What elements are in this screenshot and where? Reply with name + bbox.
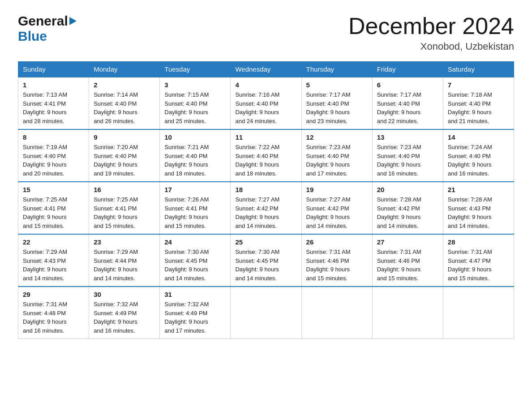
calendar-empty-cell [231,287,301,339]
logo-triangle-icon [69,17,77,27]
day-number: 4 [235,81,296,89]
day-info: Sunrise: 7:32 AMSunset: 4:49 PMDaylight:… [94,300,155,335]
day-info: Sunrise: 7:14 AMSunset: 4:40 PMDaylight:… [94,90,155,125]
day-number: 16 [94,186,155,193]
calendar-day-cell: 7Sunrise: 7:18 AMSunset: 4:40 PMDaylight… [443,77,514,129]
calendar-day-cell: 4Sunrise: 7:16 AMSunset: 4:40 PMDaylight… [231,77,301,129]
day-info: Sunrise: 7:23 AMSunset: 4:40 PMDaylight:… [306,143,368,178]
calendar-day-cell: 13Sunrise: 7:23 AMSunset: 4:40 PMDayligh… [372,129,443,182]
weekday-header-wednesday: Wednesday [231,62,301,77]
day-number: 22 [23,238,84,246]
day-info: Sunrise: 7:22 AMSunset: 4:40 PMDaylight:… [235,143,296,178]
calendar-empty-cell [372,287,443,339]
calendar-week-row: 8Sunrise: 7:19 AMSunset: 4:40 PMDaylight… [18,129,514,182]
calendar-week-row: 22Sunrise: 7:29 AMSunset: 4:43 PMDayligh… [18,234,514,287]
day-info: Sunrise: 7:27 AMSunset: 4:42 PMDaylight:… [306,195,368,230]
day-info: Sunrise: 7:31 AMSunset: 4:46 PMDaylight:… [377,248,438,283]
day-number: 24 [164,238,226,246]
day-info: Sunrise: 7:27 AMSunset: 4:42 PMDaylight:… [235,195,296,230]
day-info: Sunrise: 7:25 AMSunset: 4:41 PMDaylight:… [94,195,155,230]
calendar-empty-cell [443,287,514,339]
day-number: 15 [23,186,84,193]
day-number: 28 [448,238,509,246]
day-info: Sunrise: 7:29 AMSunset: 4:44 PMDaylight:… [94,248,155,283]
day-info: Sunrise: 7:17 AMSunset: 4:40 PMDaylight:… [306,90,368,125]
day-number: 25 [235,238,296,246]
calendar-day-cell: 2Sunrise: 7:14 AMSunset: 4:40 PMDaylight… [89,77,160,129]
day-number: 14 [448,133,509,141]
calendar-week-row: 1Sunrise: 7:13 AMSunset: 4:41 PMDaylight… [18,77,514,129]
day-info: Sunrise: 7:21 AMSunset: 4:40 PMDaylight:… [164,143,226,178]
calendar-day-cell: 15Sunrise: 7:25 AMSunset: 4:41 PMDayligh… [18,182,89,234]
weekday-header-tuesday: Tuesday [160,62,231,77]
day-info: Sunrise: 7:29 AMSunset: 4:43 PMDaylight:… [23,248,84,283]
day-info: Sunrise: 7:13 AMSunset: 4:41 PMDaylight:… [23,90,84,125]
weekday-header-monday: Monday [89,62,160,77]
day-number: 19 [306,186,368,193]
day-info: Sunrise: 7:31 AMSunset: 4:47 PMDaylight:… [448,248,509,283]
weekday-header-saturday: Saturday [443,62,514,77]
day-info: Sunrise: 7:16 AMSunset: 4:40 PMDaylight:… [235,90,296,125]
day-info: Sunrise: 7:32 AMSunset: 4:49 PMDaylight:… [164,300,226,335]
calendar-day-cell: 6Sunrise: 7:17 AMSunset: 4:40 PMDaylight… [372,77,443,129]
calendar-day-cell: 10Sunrise: 7:21 AMSunset: 4:40 PMDayligh… [160,129,231,182]
day-info: Sunrise: 7:20 AMSunset: 4:40 PMDaylight:… [94,143,155,178]
day-number: 20 [377,186,438,193]
calendar-week-row: 15Sunrise: 7:25 AMSunset: 4:41 PMDayligh… [18,182,514,234]
day-number: 7 [448,81,509,89]
day-info: Sunrise: 7:23 AMSunset: 4:40 PMDaylight:… [377,143,438,178]
day-info: Sunrise: 7:24 AMSunset: 4:40 PMDaylight:… [448,143,509,178]
day-number: 5 [306,81,368,89]
day-number: 26 [306,238,368,246]
day-number: 17 [164,186,226,193]
calendar-day-cell: 27Sunrise: 7:31 AMSunset: 4:46 PMDayligh… [372,234,443,287]
day-info: Sunrise: 7:28 AMSunset: 4:42 PMDaylight:… [377,195,438,230]
calendar-day-cell: 11Sunrise: 7:22 AMSunset: 4:40 PMDayligh… [231,129,301,182]
calendar-day-cell: 22Sunrise: 7:29 AMSunset: 4:43 PMDayligh… [18,234,89,287]
day-info: Sunrise: 7:17 AMSunset: 4:40 PMDaylight:… [377,90,438,125]
title-area: December 2024 Xonobod, Uzbekistan [348,13,514,52]
day-info: Sunrise: 7:31 AMSunset: 4:46 PMDaylight:… [306,248,368,283]
day-number: 13 [377,133,438,141]
calendar-day-cell: 16Sunrise: 7:25 AMSunset: 4:41 PMDayligh… [89,182,160,234]
calendar-day-cell: 14Sunrise: 7:24 AMSunset: 4:40 PMDayligh… [443,129,514,182]
day-number: 2 [94,81,155,89]
calendar-empty-cell [301,287,372,339]
day-info: Sunrise: 7:25 AMSunset: 4:41 PMDaylight:… [23,195,84,230]
day-number: 3 [164,81,226,89]
location-title: Xonobod, Uzbekistan [348,41,514,52]
calendar-day-cell: 18Sunrise: 7:27 AMSunset: 4:42 PMDayligh… [231,182,301,234]
page-header: General Blue December 2024 Xonobod, Uzbe… [18,13,514,52]
day-number: 1 [23,81,84,89]
calendar-day-cell: 8Sunrise: 7:19 AMSunset: 4:40 PMDaylight… [18,129,89,182]
weekday-header-thursday: Thursday [301,62,372,77]
day-number: 6 [377,81,438,89]
calendar-table: SundayMondayTuesdayWednesdayThursdayFrid… [18,61,514,339]
day-number: 9 [94,133,155,141]
calendar-day-cell: 5Sunrise: 7:17 AMSunset: 4:40 PMDaylight… [301,77,372,129]
day-number: 12 [306,133,368,141]
calendar-day-cell: 12Sunrise: 7:23 AMSunset: 4:40 PMDayligh… [301,129,372,182]
calendar-day-cell: 29Sunrise: 7:31 AMSunset: 4:48 PMDayligh… [18,287,89,339]
day-number: 27 [377,238,438,246]
weekday-header-sunday: Sunday [18,62,89,77]
day-info: Sunrise: 7:30 AMSunset: 4:45 PMDaylight:… [235,248,296,283]
logo-blue-text: Blue [18,29,47,43]
calendar-day-cell: 20Sunrise: 7:28 AMSunset: 4:42 PMDayligh… [372,182,443,234]
calendar-day-cell: 28Sunrise: 7:31 AMSunset: 4:47 PMDayligh… [443,234,514,287]
logo-general-text: General [18,13,68,29]
day-number: 10 [164,133,226,141]
day-info: Sunrise: 7:26 AMSunset: 4:41 PMDaylight:… [164,195,226,230]
day-number: 31 [164,291,226,298]
calendar-day-cell: 31Sunrise: 7:32 AMSunset: 4:49 PMDayligh… [160,287,231,339]
day-info: Sunrise: 7:31 AMSunset: 4:48 PMDaylight:… [23,300,84,335]
logo: General Blue [18,13,77,44]
calendar-day-cell: 24Sunrise: 7:30 AMSunset: 4:45 PMDayligh… [160,234,231,287]
calendar-day-cell: 26Sunrise: 7:31 AMSunset: 4:46 PMDayligh… [301,234,372,287]
calendar-day-cell: 25Sunrise: 7:30 AMSunset: 4:45 PMDayligh… [231,234,301,287]
calendar-day-cell: 21Sunrise: 7:28 AMSunset: 4:43 PMDayligh… [443,182,514,234]
month-title: December 2024 [348,13,514,39]
calendar-day-cell: 30Sunrise: 7:32 AMSunset: 4:49 PMDayligh… [89,287,160,339]
day-number: 29 [23,291,84,298]
calendar-day-cell: 17Sunrise: 7:26 AMSunset: 4:41 PMDayligh… [160,182,231,234]
